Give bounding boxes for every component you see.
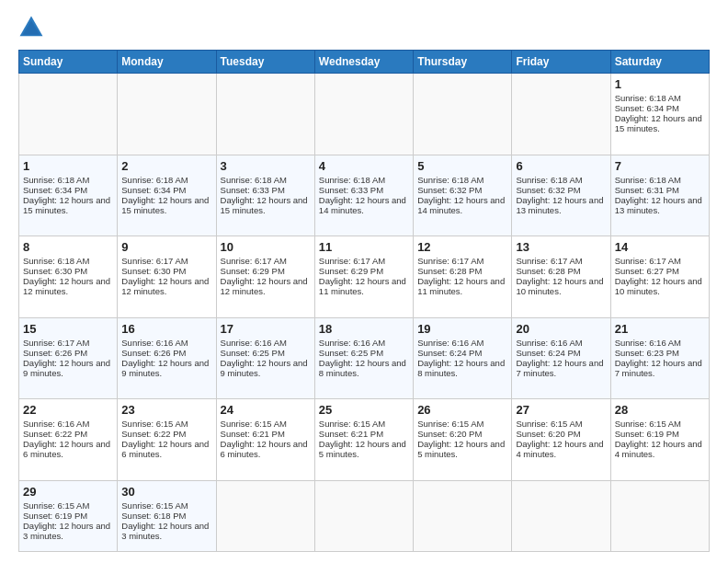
day-header-friday: Friday — [512, 51, 610, 74]
calendar-cell: 13 Sunrise: 6:17 AM Sunset: 6:28 PM Dayl… — [512, 236, 610, 318]
calendar-week-2: 1 Sunrise: 6:18 AM Sunset: 6:34 PM Dayli… — [19, 155, 710, 236]
sunrise-text: Sunrise: 6:15 AM — [319, 419, 385, 429]
calendar-cell: 10 Sunrise: 6:17 AM Sunset: 6:29 PM Dayl… — [216, 236, 314, 318]
calendar-cell — [216, 480, 314, 552]
calendar-cell: 25 Sunrise: 6:15 AM Sunset: 6:21 PM Dayl… — [314, 399, 413, 481]
day-number: 4 — [319, 159, 409, 173]
daylight-text: Daylight: 12 hours and 12 minutes. — [221, 276, 308, 296]
day-number: 3 — [221, 159, 311, 173]
daylight-text: Daylight: 12 hours and 15 minutes. — [615, 113, 702, 133]
sunset-text: Sunset: 6:32 PM — [516, 185, 580, 195]
sunset-text: Sunset: 6:25 PM — [221, 348, 285, 358]
calendar-cell: 28 Sunrise: 6:15 AM Sunset: 6:19 PM Dayl… — [610, 399, 709, 481]
calendar-cell: 11 Sunrise: 6:17 AM Sunset: 6:29 PM Dayl… — [314, 236, 413, 318]
calendar-header-row: SundayMondayTuesdayWednesdayThursdayFrid… — [19, 51, 710, 74]
day-number: 6 — [516, 159, 606, 173]
sunrise-text: Sunrise: 6:18 AM — [615, 175, 681, 185]
day-number: 30 — [121, 485, 211, 499]
daylight-text: Daylight: 12 hours and 3 minutes. — [23, 521, 110, 541]
calendar-cell: 16 Sunrise: 6:16 AM Sunset: 6:26 PM Dayl… — [118, 317, 216, 399]
calendar-cell: 4 Sunrise: 6:18 AM Sunset: 6:33 PM Dayli… — [314, 155, 413, 236]
daylight-text: Daylight: 12 hours and 11 minutes. — [417, 276, 505, 296]
day-number: 16 — [121, 322, 211, 336]
sunset-text: Sunset: 6:34 PM — [615, 103, 679, 113]
day-number: 5 — [417, 159, 507, 173]
daylight-text: Daylight: 12 hours and 4 minutes. — [615, 439, 702, 459]
sunset-text: Sunset: 6:33 PM — [221, 185, 285, 195]
sunrise-text: Sunrise: 6:17 AM — [23, 338, 89, 348]
day-number: 18 — [319, 322, 409, 336]
calendar-cell: 9 Sunrise: 6:17 AM Sunset: 6:30 PM Dayli… — [118, 236, 216, 318]
calendar-cell: 27 Sunrise: 6:15 AM Sunset: 6:20 PM Dayl… — [512, 399, 610, 481]
daylight-text: Daylight: 12 hours and 12 minutes. — [121, 276, 209, 296]
sunset-text: Sunset: 6:20 PM — [516, 429, 580, 439]
day-number: 25 — [319, 403, 409, 417]
daylight-text: Daylight: 12 hours and 7 minutes. — [615, 358, 702, 378]
sunset-text: Sunset: 6:19 PM — [615, 429, 679, 439]
calendar-cell: 30 Sunrise: 6:15 AM Sunset: 6:18 PM Dayl… — [118, 480, 216, 552]
daylight-text: Daylight: 12 hours and 8 minutes. — [417, 358, 505, 378]
sunrise-text: Sunrise: 6:17 AM — [121, 256, 188, 266]
sunset-text: Sunset: 6:26 PM — [121, 348, 186, 358]
day-number: 27 — [516, 403, 606, 417]
calendar-week-4: 15 Sunrise: 6:17 AM Sunset: 6:26 PM Dayl… — [19, 317, 710, 399]
daylight-text: Daylight: 12 hours and 6 minutes. — [121, 439, 209, 459]
calendar-cell: 5 Sunrise: 6:18 AM Sunset: 6:32 PM Dayli… — [414, 155, 512, 236]
day-number: 24 — [221, 403, 311, 417]
sunrise-text: Sunrise: 6:15 AM — [615, 419, 681, 429]
sunset-text: Sunset: 6:22 PM — [23, 429, 87, 439]
daylight-text: Daylight: 12 hours and 6 minutes. — [23, 439, 110, 459]
daylight-text: Daylight: 12 hours and 8 minutes. — [319, 358, 406, 378]
sunrise-text: Sunrise: 6:17 AM — [221, 256, 287, 266]
sunset-text: Sunset: 6:29 PM — [221, 266, 285, 276]
daylight-text: Daylight: 12 hours and 4 minutes. — [516, 439, 603, 459]
calendar-cell: 8 Sunrise: 6:18 AM Sunset: 6:30 PM Dayli… — [19, 236, 118, 318]
daylight-text: Daylight: 12 hours and 3 minutes. — [121, 521, 209, 541]
sunrise-text: Sunrise: 6:16 AM — [23, 419, 89, 429]
logo-icon — [18, 15, 44, 40]
sunset-text: Sunset: 6:26 PM — [23, 348, 87, 358]
calendar-cell: 12 Sunrise: 6:17 AM Sunset: 6:28 PM Dayl… — [414, 236, 512, 318]
sunrise-text: Sunrise: 6:17 AM — [615, 256, 681, 266]
daylight-text: Daylight: 12 hours and 14 minutes. — [319, 195, 406, 215]
sunset-text: Sunset: 6:27 PM — [615, 266, 679, 276]
sunrise-text: Sunrise: 6:18 AM — [417, 175, 483, 185]
logo — [18, 15, 48, 40]
sunset-text: Sunset: 6:19 PM — [23, 511, 87, 521]
sunrise-text: Sunrise: 6:16 AM — [121, 338, 188, 348]
day-number: 23 — [121, 403, 211, 417]
daylight-text: Daylight: 12 hours and 9 minutes. — [23, 358, 110, 378]
sunrise-text: Sunrise: 6:17 AM — [516, 256, 582, 266]
day-number: 10 — [221, 240, 311, 254]
day-number: 11 — [319, 240, 409, 254]
calendar-cell — [216, 74, 314, 155]
daylight-text: Daylight: 12 hours and 11 minutes. — [319, 276, 406, 296]
sunset-text: Sunset: 6:18 PM — [121, 511, 186, 521]
sunrise-text: Sunrise: 6:15 AM — [417, 419, 483, 429]
page: SundayMondayTuesdayWednesdayThursdayFrid… — [0, 0, 728, 563]
daylight-text: Daylight: 12 hours and 13 minutes. — [516, 195, 603, 215]
sunrise-text: Sunrise: 6:18 AM — [516, 175, 582, 185]
day-number: 15 — [23, 322, 113, 336]
daylight-text: Daylight: 12 hours and 6 minutes. — [221, 439, 308, 459]
header — [18, 15, 710, 40]
calendar-cell: 15 Sunrise: 6:17 AM Sunset: 6:26 PM Dayl… — [19, 317, 118, 399]
day-number: 28 — [615, 403, 705, 417]
day-number: 7 — [615, 159, 705, 173]
day-number: 1 — [615, 77, 705, 91]
calendar-cell: 1 Sunrise: 6:18 AM Sunset: 6:34 PM Dayli… — [19, 155, 118, 236]
day-number: 8 — [23, 240, 113, 254]
sunrise-text: Sunrise: 6:16 AM — [221, 338, 287, 348]
day-number: 20 — [516, 322, 606, 336]
day-header-sunday: Sunday — [19, 51, 118, 74]
calendar-cell: 14 Sunrise: 6:17 AM Sunset: 6:27 PM Dayl… — [610, 236, 709, 318]
calendar-cell: 26 Sunrise: 6:15 AM Sunset: 6:20 PM Dayl… — [414, 399, 512, 481]
sunset-text: Sunset: 6:31 PM — [615, 185, 679, 195]
sunrise-text: Sunrise: 6:15 AM — [121, 419, 188, 429]
calendar-cell: 7 Sunrise: 6:18 AM Sunset: 6:31 PM Dayli… — [610, 155, 709, 236]
sunrise-text: Sunrise: 6:17 AM — [319, 256, 385, 266]
day-number: 9 — [121, 240, 211, 254]
day-header-monday: Monday — [118, 51, 216, 74]
sunrise-text: Sunrise: 6:15 AM — [221, 419, 287, 429]
sunset-text: Sunset: 6:34 PM — [121, 185, 186, 195]
